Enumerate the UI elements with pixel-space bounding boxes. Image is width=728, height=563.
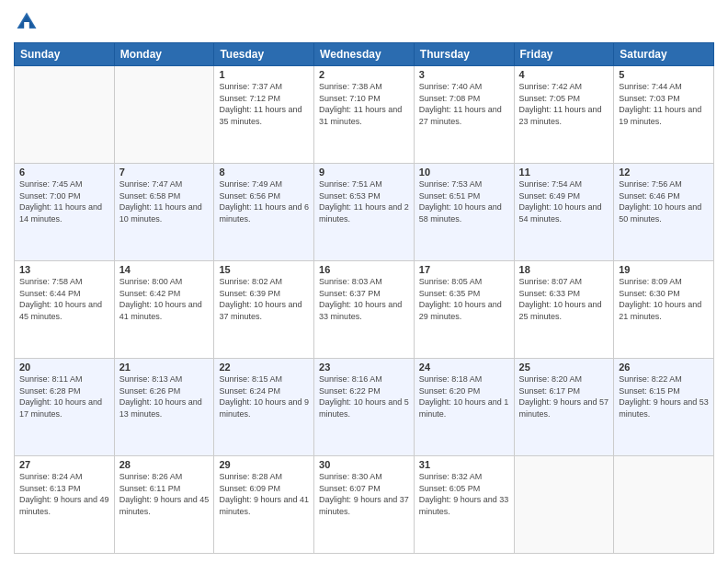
day-info: Sunrise: 8:32 AM Sunset: 6:05 PM Dayligh… (419, 471, 509, 517)
day-number: 31 (419, 459, 509, 470)
day-info: Sunrise: 8:30 AM Sunset: 6:07 PM Dayligh… (319, 471, 409, 517)
day-info: Sunrise: 8:07 AM Sunset: 6:33 PM Dayligh… (519, 276, 609, 322)
day-cell: 9Sunrise: 7:51 AM Sunset: 6:53 PM Daylig… (314, 164, 415, 261)
day-info: Sunrise: 8:20 AM Sunset: 6:17 PM Dayligh… (519, 373, 609, 419)
day-number: 3 (419, 69, 509, 80)
day-info: Sunrise: 7:47 AM Sunset: 6:58 PM Dayligh… (119, 178, 210, 224)
day-number: 12 (619, 167, 709, 178)
day-cell: 24Sunrise: 8:18 AM Sunset: 6:20 PM Dayli… (414, 359, 514, 456)
day-cell: 29Sunrise: 8:28 AM Sunset: 6:09 PM Dayli… (214, 456, 314, 554)
day-info: Sunrise: 7:45 AM Sunset: 7:00 PM Dayligh… (19, 178, 109, 224)
day-cell: 3Sunrise: 7:40 AM Sunset: 7:08 PM Daylig… (414, 66, 514, 164)
header (14, 9, 714, 35)
day-number: 11 (519, 167, 609, 178)
day-number: 20 (19, 362, 109, 373)
day-cell: 4Sunrise: 7:42 AM Sunset: 7:05 PM Daylig… (514, 66, 614, 164)
weekday-wednesday: Wednesday (314, 43, 415, 66)
day-number: 18 (519, 264, 609, 275)
day-cell (15, 66, 115, 164)
day-cell: 7Sunrise: 7:47 AM Sunset: 6:58 PM Daylig… (114, 164, 214, 261)
day-cell: 11Sunrise: 7:54 AM Sunset: 6:49 PM Dayli… (514, 164, 614, 261)
day-number: 10 (419, 167, 509, 178)
day-info: Sunrise: 8:18 AM Sunset: 6:20 PM Dayligh… (419, 373, 509, 419)
day-number: 27 (19, 459, 109, 470)
day-cell: 10Sunrise: 7:53 AM Sunset: 6:51 PM Dayli… (414, 164, 514, 261)
day-number: 21 (119, 362, 210, 373)
day-info: Sunrise: 8:09 AM Sunset: 6:30 PM Dayligh… (619, 276, 709, 322)
day-number: 16 (319, 264, 409, 275)
day-number: 15 (219, 264, 309, 275)
day-cell: 20Sunrise: 8:11 AM Sunset: 6:28 PM Dayli… (15, 359, 115, 456)
day-number: 1 (219, 69, 309, 80)
day-info: Sunrise: 7:38 AM Sunset: 7:10 PM Dayligh… (319, 81, 409, 127)
day-number: 26 (619, 362, 709, 373)
logo-icon (14, 9, 40, 35)
day-number: 24 (419, 362, 509, 373)
weekday-tuesday: Tuesday (214, 43, 314, 66)
week-row-4: 20Sunrise: 8:11 AM Sunset: 6:28 PM Dayli… (15, 359, 714, 456)
day-number: 5 (619, 69, 709, 80)
day-number: 9 (319, 167, 409, 178)
day-number: 19 (619, 264, 709, 275)
day-info: Sunrise: 7:58 AM Sunset: 6:44 PM Dayligh… (19, 276, 109, 322)
day-cell: 27Sunrise: 8:24 AM Sunset: 6:13 PM Dayli… (15, 456, 115, 554)
day-number: 25 (519, 362, 609, 373)
day-number: 28 (119, 459, 210, 470)
day-info: Sunrise: 7:53 AM Sunset: 6:51 PM Dayligh… (419, 178, 509, 224)
weekday-header-row: SundayMondayTuesdayWednesdayThursdayFrid… (15, 43, 714, 66)
day-number: 13 (19, 264, 109, 275)
weekday-monday: Monday (114, 43, 214, 66)
day-info: Sunrise: 8:00 AM Sunset: 6:42 PM Dayligh… (119, 276, 210, 322)
day-cell: 13Sunrise: 7:58 AM Sunset: 6:44 PM Dayli… (15, 261, 115, 359)
week-row-1: 1Sunrise: 7:37 AM Sunset: 7:12 PM Daylig… (15, 66, 714, 164)
logo (14, 9, 43, 35)
day-cell: 16Sunrise: 8:03 AM Sunset: 6:37 PM Dayli… (314, 261, 415, 359)
day-info: Sunrise: 7:56 AM Sunset: 6:46 PM Dayligh… (619, 178, 709, 224)
day-info: Sunrise: 7:37 AM Sunset: 7:12 PM Dayligh… (219, 81, 309, 127)
weekday-sunday: Sunday (15, 43, 115, 66)
day-info: Sunrise: 8:15 AM Sunset: 6:24 PM Dayligh… (219, 373, 309, 419)
day-number: 22 (219, 362, 309, 373)
day-cell: 12Sunrise: 7:56 AM Sunset: 6:46 PM Dayli… (614, 164, 714, 261)
weekday-thursday: Thursday (414, 43, 514, 66)
day-cell: 17Sunrise: 8:05 AM Sunset: 6:35 PM Dayli… (414, 261, 514, 359)
day-number: 8 (219, 167, 309, 178)
day-info: Sunrise: 8:11 AM Sunset: 6:28 PM Dayligh… (19, 373, 109, 419)
day-number: 7 (119, 167, 210, 178)
day-cell: 6Sunrise: 7:45 AM Sunset: 7:00 PM Daylig… (15, 164, 115, 261)
day-info: Sunrise: 7:42 AM Sunset: 7:05 PM Dayligh… (519, 81, 609, 127)
week-row-5: 27Sunrise: 8:24 AM Sunset: 6:13 PM Dayli… (15, 456, 714, 554)
day-cell: 22Sunrise: 8:15 AM Sunset: 6:24 PM Dayli… (214, 359, 314, 456)
day-cell (114, 66, 214, 164)
day-cell: 23Sunrise: 8:16 AM Sunset: 6:22 PM Dayli… (314, 359, 415, 456)
day-cell: 19Sunrise: 8:09 AM Sunset: 6:30 PM Dayli… (614, 261, 714, 359)
day-info: Sunrise: 8:13 AM Sunset: 6:26 PM Dayligh… (119, 373, 210, 419)
day-info: Sunrise: 8:02 AM Sunset: 6:39 PM Dayligh… (219, 276, 309, 322)
week-row-3: 13Sunrise: 7:58 AM Sunset: 6:44 PM Dayli… (15, 261, 714, 359)
day-number: 6 (19, 167, 109, 178)
day-cell: 5Sunrise: 7:44 AM Sunset: 7:03 PM Daylig… (614, 66, 714, 164)
day-number: 23 (319, 362, 409, 373)
day-cell: 25Sunrise: 8:20 AM Sunset: 6:17 PM Dayli… (514, 359, 614, 456)
week-row-2: 6Sunrise: 7:45 AM Sunset: 7:00 PM Daylig… (15, 164, 714, 261)
day-cell: 18Sunrise: 8:07 AM Sunset: 6:33 PM Dayli… (514, 261, 614, 359)
day-info: Sunrise: 8:24 AM Sunset: 6:13 PM Dayligh… (19, 471, 109, 517)
day-info: Sunrise: 8:16 AM Sunset: 6:22 PM Dayligh… (319, 373, 409, 419)
day-info: Sunrise: 7:54 AM Sunset: 6:49 PM Dayligh… (519, 178, 609, 224)
day-cell: 21Sunrise: 8:13 AM Sunset: 6:26 PM Dayli… (114, 359, 214, 456)
day-info: Sunrise: 7:51 AM Sunset: 6:53 PM Dayligh… (319, 178, 409, 224)
day-info: Sunrise: 7:49 AM Sunset: 6:56 PM Dayligh… (219, 178, 309, 224)
day-cell: 1Sunrise: 7:37 AM Sunset: 7:12 PM Daylig… (214, 66, 314, 164)
day-number: 14 (119, 264, 210, 275)
day-info: Sunrise: 8:22 AM Sunset: 6:15 PM Dayligh… (619, 373, 709, 419)
day-cell: 2Sunrise: 7:38 AM Sunset: 7:10 PM Daylig… (314, 66, 415, 164)
day-info: Sunrise: 8:03 AM Sunset: 6:37 PM Dayligh… (319, 276, 409, 322)
day-info: Sunrise: 8:05 AM Sunset: 6:35 PM Dayligh… (419, 276, 509, 322)
day-cell: 26Sunrise: 8:22 AM Sunset: 6:15 PM Dayli… (614, 359, 714, 456)
day-cell: 14Sunrise: 8:00 AM Sunset: 6:42 PM Dayli… (114, 261, 214, 359)
day-cell (614, 456, 714, 554)
calendar-table: SundayMondayTuesdayWednesdayThursdayFrid… (14, 42, 714, 554)
day-info: Sunrise: 7:44 AM Sunset: 7:03 PM Dayligh… (619, 81, 709, 127)
day-number: 2 (319, 69, 409, 80)
svg-rect-2 (24, 22, 29, 29)
